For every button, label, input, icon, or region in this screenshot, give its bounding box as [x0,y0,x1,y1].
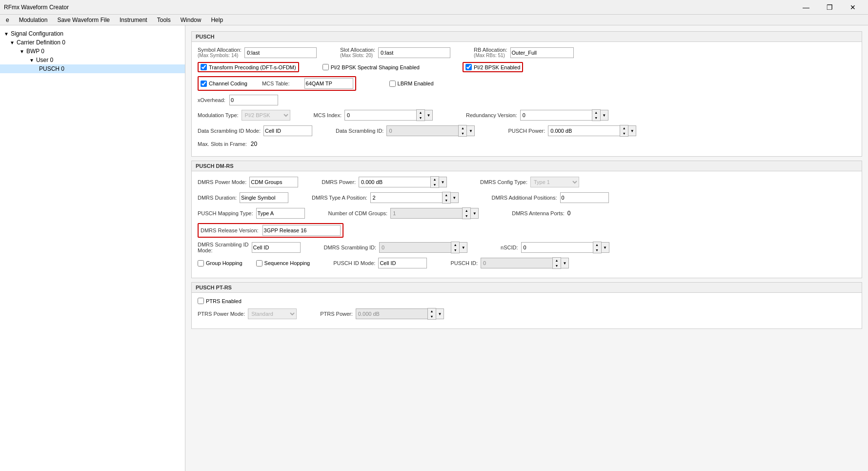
pusch-power-extra[interactable]: ▼ [628,125,636,136]
dmrs-type-a-down[interactable]: ▼ [443,198,450,203]
tree-arrow-bwp[interactable]: ▼ [20,49,24,54]
nscid-input[interactable] [521,242,593,253]
symbol-allocation-input[interactable] [244,47,317,58]
dmrs-type-a-label: DMRS Type A Position: [312,195,367,201]
sidebar-item-user[interactable]: ▼ User 0 [0,56,185,64]
mcs-index-extra[interactable]: ▼ [425,110,433,121]
menu-item-save-waveform[interactable]: Save Waveform File [53,16,114,24]
nscid-down[interactable]: ▼ [593,247,601,253]
dmrs-scrambling-id-extra[interactable]: ▼ [460,242,467,253]
dmrs-power-mode-select[interactable]: CDM GroupsManual [249,177,298,187]
dmrs-power-spin: ▲ ▼ ▼ [359,176,447,188]
slot-allocation-input[interactable] [378,47,450,58]
pi2-bpsk-enabled-label: PI/2 BPSK Enabled [474,64,520,70]
pusch-id-mode-select[interactable]: Cell IDUser [378,258,427,268]
mcs-table-select-wrapper: 64QAM TP 64QAM 256QAM [304,78,353,89]
dmrs-duration-select[interactable]: Single SymbolDouble Symbol [240,192,288,203]
redundancy-version-input[interactable] [520,110,592,121]
pusch-mapping-row: PUSCH Mapping Type: Type AType B Number … [198,207,856,219]
nscid-extra[interactable]: ▼ [602,242,609,253]
redundancy-version-up[interactable]: ▲ [592,110,600,115]
transform-precoding-checkbox[interactable] [201,64,207,70]
maximize-button[interactable]: ❐ [818,0,841,15]
lbrm-checkbox[interactable] [389,81,396,87]
menu-bar: e Modulation Save Waveform File Instrume… [0,15,868,25]
dmrs-scrambling-id-up[interactable]: ▲ [451,242,459,247]
dmrs-antenna-ports-label: DMRS Antenna Ports: [512,210,565,216]
menu-item-e[interactable]: e [2,16,13,24]
mcs-index-input[interactable] [344,110,416,121]
ptrs-power-up[interactable]: ▲ [428,308,436,314]
data-scrambling-id-group: Data Scrambling ID: ▲ ▼ ▼ [336,125,475,137]
menu-item-instrument[interactable]: Instrument [116,16,151,24]
tree-arrow-carrier[interactable]: ▼ [10,40,15,45]
pusch-id-up[interactable]: ▲ [553,258,561,263]
dmrs-power-down[interactable]: ▼ [431,182,439,187]
data-scrambling-id-up[interactable]: ▲ [459,125,466,131]
pusch-power-input[interactable] [548,125,620,136]
menu-item-modulation[interactable]: Modulation [15,16,52,24]
dmrs-power-up[interactable]: ▲ [431,177,439,182]
dmrs-scrambling-id-mode-select[interactable]: Cell IDUser [252,242,301,253]
dmrs-type-a-spin-buttons: ▲ ▼ [442,192,451,204]
ptrs-power-row: PTRS Power Mode: Standard PTRS Power: ▲ … [198,308,856,320]
transform-precoding-label: Transform Precoding (DFT-s-OFDM) [209,64,296,70]
data-scrambling-id-down[interactable]: ▼ [459,131,466,136]
dmrs-additional-pos-select[interactable]: 0123 [560,192,609,203]
ptrs-power-mode-select: Standard [248,308,297,319]
group-hopping-checkbox[interactable] [198,260,204,266]
dmrs-release-version-select[interactable]: 3GPP Release 15 3GPP Release 16 [262,225,341,236]
data-scrambling-id-extra[interactable]: ▼ [467,125,475,136]
xoverhead-select[interactable]: 061218 [229,95,278,105]
menu-item-help[interactable]: Help [207,16,227,24]
redundancy-version-down[interactable]: ▼ [592,115,600,121]
tree-arrow-user[interactable]: ▼ [29,58,34,63]
data-scrambling-select[interactable]: Cell IDUser [263,125,312,136]
dmrs-power-input[interactable] [359,177,430,187]
dmrs-release-version-select-wrapper: 3GPP Release 15 3GPP Release 16 [262,225,341,236]
pusch-mapping-select[interactable]: Type AType B [256,208,305,219]
nscid-up[interactable]: ▲ [593,242,601,247]
dmrs-type-a-spin: ▲ ▼ ▼ [370,192,459,204]
redundancy-version-extra[interactable]: ▼ [601,110,608,121]
ptrs-enabled-text: PTRS Enabled [206,298,242,304]
sequence-hopping-checkbox[interactable] [256,260,262,266]
transform-precoding-checkbox-label: Transform Precoding (DFT-s-OFDM) [201,64,296,70]
menu-item-tools[interactable]: Tools [153,16,175,24]
tree-arrow-signal[interactable]: ▼ [4,31,9,37]
pusch-power-down[interactable]: ▼ [620,131,628,136]
pi2-bpsk-enabled-checkbox[interactable] [465,64,472,70]
sidebar-item-carrier-definition[interactable]: ▼ Carrier Definition 0 [0,38,185,47]
cdm-groups-down[interactable]: ▼ [463,213,470,219]
ptrs-enabled-checkbox[interactable] [198,298,204,304]
mcs-table-select[interactable]: 64QAM TP 64QAM 256QAM [304,78,353,89]
sidebar-item-signal-configuration[interactable]: ▼ Signal Configuration [0,29,185,38]
dmrs-type-a-input[interactable] [370,192,442,203]
pusch-id-extra[interactable]: ▼ [561,258,569,268]
dmrs-type-a-extra[interactable]: ▼ [451,192,459,203]
ptrs-enabled-label: PTRS Enabled [198,298,242,304]
mcs-index-down[interactable]: ▼ [417,115,424,121]
mcs-index-up[interactable]: ▲ [417,110,424,115]
menu-item-window[interactable]: Window [177,16,205,24]
pusch-power-label: PUSCH Power: [508,128,545,134]
dmrs-scrambling-id-down[interactable]: ▼ [451,247,459,253]
cdm-groups-up[interactable]: ▲ [463,208,470,213]
sidebar-item-pusch[interactable]: PUSCH 0 [0,64,185,73]
dmrs-power-extra[interactable]: ▼ [439,177,447,187]
channel-coding-checkbox[interactable] [201,81,207,87]
close-button[interactable]: ✕ [842,0,864,15]
dmrs-scrambling-row: DMRS Scrambling ID Mode: Cell IDUser DMR… [198,242,856,253]
dmrs-type-a-up[interactable]: ▲ [443,192,450,198]
ptrs-power-down[interactable]: ▼ [428,314,436,319]
cdm-groups-extra[interactable]: ▼ [471,208,479,219]
minimize-button[interactable]: — [795,0,817,15]
symbol-allocation-group: Symbol Allocation: (Max Symbols: 14) [198,47,317,58]
sidebar-item-bwp[interactable]: ▼ BWP 0 [0,47,185,56]
dmrs-scrambling-id-mode-label: DMRS Scrambling ID [198,242,249,247]
pusch-power-up[interactable]: ▲ [620,125,628,131]
pusch-id-down[interactable]: ▼ [553,263,561,268]
ptrs-power-extra[interactable]: ▼ [436,308,444,319]
pi2-spectral-checkbox[interactable] [323,64,329,70]
rb-allocation-select[interactable]: Outer_Full [510,47,574,58]
